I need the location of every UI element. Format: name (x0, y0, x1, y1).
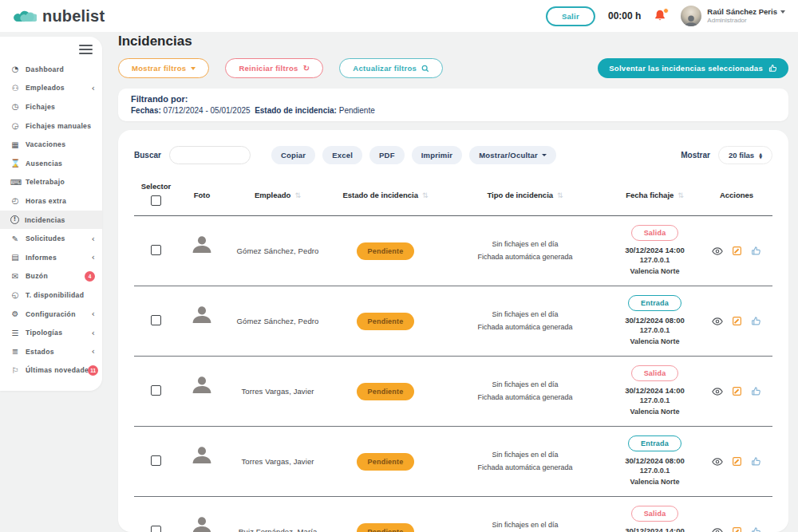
row-checkbox[interactable] (151, 526, 161, 532)
incident-type: Sin fichajes en el día Fichada automátic… (441, 357, 609, 427)
sort-icon: ⇅ (422, 191, 429, 199)
clocking-ip: 127.0.0.1 (609, 465, 701, 476)
incident-table-body: Gómez Sánchez, Pedro Pendiente Sin ficha… (134, 216, 772, 532)
row-checkbox[interactable] (151, 315, 161, 325)
notification-badge: 11 (88, 365, 98, 376)
sidebar-item-ausencias[interactable]: ⌛ Ausencias (0, 154, 102, 173)
edit-icon[interactable] (732, 316, 742, 326)
approve-icon[interactable] (751, 456, 761, 467)
view-icon[interactable] (712, 246, 723, 257)
show-filters-button[interactable]: Mostrar filtros (118, 58, 209, 78)
select-all-checkbox[interactable] (151, 195, 161, 206)
solve-incidents-button[interactable]: Solventar las incidencias seleccionadas (598, 58, 788, 78)
clock-square-icon: ◵ (10, 290, 20, 299)
approve-icon[interactable] (751, 246, 761, 256)
incident-type-line1: Sin fichajes en el día (441, 379, 609, 391)
sidebar-item-configuraci-n[interactable]: ⚙ Configuración ‹ (0, 305, 102, 324)
laptop-icon: ⌨ (10, 178, 20, 187)
sidebar-item-dashboard[interactable]: ◔ Dashboard (0, 60, 102, 79)
direction-badge: Salida (631, 365, 679, 381)
column-status[interactable]: Estado de incidencia⇅ (330, 177, 441, 216)
sidebar-item-empleados[interactable]: ⚇ Empleados ‹ (0, 79, 102, 98)
chevron-left-icon: ‹ (92, 234, 95, 244)
clocking-date: Salida 30/12/2024 14:00 127.0.0.1 Valenc… (609, 357, 701, 427)
filter-buttons-row: Mostrar filtros Reiniciar filtros ↻ Actu… (118, 58, 788, 78)
notification-bell-icon[interactable] (654, 9, 668, 23)
row-checkbox[interactable] (151, 385, 161, 396)
excel-button[interactable]: Excel (322, 146, 362, 164)
sidebar-item-informes[interactable]: ▤ Informes ‹ (0, 248, 102, 267)
edit-icon[interactable] (732, 456, 742, 467)
clock-icon: ◷ (10, 102, 20, 111)
search-input[interactable] (169, 146, 251, 164)
column-date[interactable]: Fecha fichaje⇅ (609, 177, 701, 216)
sidebar-item-horas-extra[interactable]: ◴ Horas extra (0, 191, 102, 211)
copy-button[interactable]: Copiar (271, 146, 315, 164)
menu-icon[interactable] (79, 42, 93, 57)
approve-icon[interactable] (751, 316, 761, 326)
clocking-location: Valencia Norte (609, 266, 701, 277)
status-value: Pendiente (339, 106, 375, 115)
inbox-icon: ✉ (10, 272, 20, 281)
employee-name: Gómez Sánchez, Pedro (237, 317, 319, 325)
user-names: Raúl Sánchez Peris Administrador (707, 7, 785, 25)
sidebar-item-vacaciones[interactable]: ▦ Vacaciones (0, 135, 102, 154)
sidebar-item-teletrabajo[interactable]: ⌨ Teletrabajo (0, 173, 102, 192)
page-title: Incidencias (118, 33, 192, 49)
pagination-size: Mostrar 20 filas ▲▼ (681, 146, 772, 164)
row-actions (701, 386, 772, 397)
view-icon[interactable] (712, 526, 723, 532)
edit-icon[interactable] (732, 386, 742, 396)
dates-label: Fechas: (131, 106, 161, 115)
user-menu[interactable]: Raúl Sánchez Peris Administrador (681, 6, 785, 26)
column-type[interactable]: Tipo de incidencia⇅ (441, 177, 609, 216)
edit-icon[interactable] (732, 526, 742, 532)
clocking-date: Salida 30/12/2024 14:00 127.0.0.1 Valenc… (609, 216, 701, 286)
row-checkbox[interactable] (151, 455, 161, 466)
table-row: Gómez Sánchez, Pedro Pendiente Sin ficha… (134, 216, 772, 286)
rows-per-page-select[interactable]: 20 filas ▲▼ (718, 146, 772, 164)
reset-filters-button[interactable]: Reiniciar filtros ↻ (225, 58, 323, 78)
approve-icon[interactable] (751, 526, 761, 532)
incident-type-line2: Fichada automática generada (441, 251, 609, 263)
sidebar-item-fichajes-manuales[interactable]: ◶ Fichajes manuales (0, 116, 102, 136)
table-header-row: Selector Foto Empleado⇅ Estado de incide… (134, 177, 772, 216)
table-controls: Buscar Copiar Excel PDF Imprimir Mostrar… (134, 146, 772, 164)
sort-icon: ⇅ (557, 191, 563, 199)
clocking-location: Valencia Norte (609, 476, 701, 487)
sidebar-nav: ◔ Dashboard ⚇ Empleados ‹ ◷ Fichajes ◶ F… (0, 60, 102, 380)
edit-icon[interactable] (732, 246, 742, 256)
sort-icon: ⇅ (678, 191, 684, 199)
approve-icon[interactable] (751, 386, 761, 396)
refresh-icon: ↻ (303, 65, 310, 73)
sidebar-item-solicitudes[interactable]: ✎ Solicitudes ‹ (0, 229, 102, 248)
update-filters-button[interactable]: Actualizar filtros (339, 58, 443, 78)
sidebar-item-buz-n[interactable]: ✉ Buzón 4 (0, 267, 102, 286)
status-label: Estado de incidencia: (255, 106, 337, 115)
worked-time: 00:00 h (608, 10, 641, 22)
sidebar-item-t-disponibilidad[interactable]: ◵ T. disponibilidad (0, 286, 102, 305)
print-button[interactable]: Imprimir (412, 146, 463, 164)
sidebar-item--ltimas-novedades[interactable]: ⚐ Últimas novedades 11 (0, 361, 102, 380)
column-employee[interactable]: Empleado⇅ (226, 177, 330, 216)
clocking-datetime: 30/12/2024 08:00 (609, 316, 701, 325)
view-icon[interactable] (712, 456, 723, 467)
sidebar-item-tipolog-as[interactable]: ☰ Tipologías ‹ (0, 323, 102, 342)
sidebar-item-fichajes[interactable]: ◷ Fichajes (0, 97, 102, 116)
pdf-button[interactable]: PDF (369, 146, 405, 164)
row-checkbox[interactable] (151, 245, 161, 255)
incident-type: Sin fichajes en el día Fichada automátic… (441, 286, 609, 357)
sidebar-item-estados[interactable]: ≣ Estados ‹ (0, 342, 102, 361)
export-buttons: Copiar Excel PDF Imprimir Mostrar/Oculta… (271, 146, 556, 164)
edit-doc-icon: ✎ (10, 234, 20, 243)
view-icon[interactable] (712, 316, 723, 327)
brand-logo: nubelist (13, 7, 105, 26)
table-row: Ruiz Fernández, María Pendiente Sin fich… (134, 497, 772, 532)
active-filters-card: Filtrando por: Fechas: 07/12/2024 - 05/0… (118, 89, 788, 121)
view-icon[interactable] (712, 386, 723, 397)
dashboard-icon: ◔ (10, 65, 20, 73)
sidebar-item-incidencias[interactable]: ! Incidencias (0, 211, 102, 230)
toggle-columns-button[interactable]: Mostrar/Ocultar (469, 146, 556, 164)
logout-button[interactable]: Salir (546, 6, 595, 26)
chevron-down-icon (780, 10, 785, 14)
